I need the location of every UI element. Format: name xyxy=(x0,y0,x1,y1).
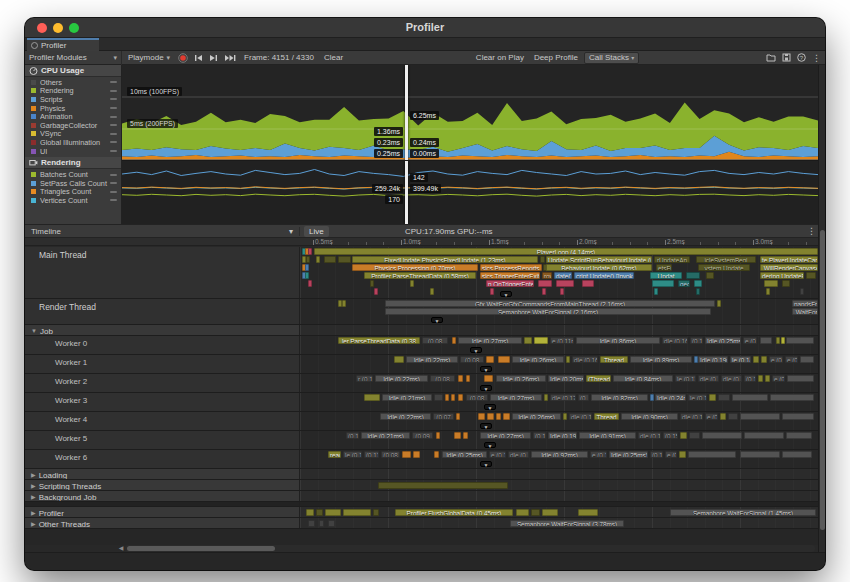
timeline-span[interactable] xyxy=(436,432,440,439)
horizontal-scrollbar[interactable] xyxy=(125,545,815,552)
expand-marker[interactable]: ▼ xyxy=(484,404,496,410)
timeline-span[interactable]: e (0.10r xyxy=(743,337,757,344)
legend-toggle-dash[interactable] xyxy=(110,174,117,176)
timeline-span[interactable]: le (0.13m xyxy=(675,375,696,382)
current-frame-button[interactable] xyxy=(222,52,238,64)
timeline-span[interactable]: dering.UpdateBatches xyxy=(760,272,804,279)
timeline-span[interactable]: .WillRenderCanvases xyxy=(760,264,818,271)
timeline-span[interactable] xyxy=(374,288,378,295)
timeline-span[interactable]: Gfx.WaitForGfxCommandsFromMainThread (2.… xyxy=(385,300,715,307)
timeline-span[interactable] xyxy=(776,337,780,344)
timeline-span[interactable] xyxy=(540,256,545,263)
timeline-span[interactable]: (0.12m xyxy=(690,337,703,344)
timeline-span[interactable]: dle (0.16 xyxy=(508,451,529,458)
timeline-span[interactable] xyxy=(582,280,594,287)
timeline-span[interactable] xyxy=(806,272,816,279)
timeline-span[interactable] xyxy=(786,432,812,439)
timeline-span[interactable]: (0.08 xyxy=(381,451,400,458)
timeline-span[interactable]: dle (0.16ms xyxy=(572,356,598,363)
timeline-span[interactable]: le (0.14m xyxy=(688,394,707,401)
expand-marker[interactable]: ▼ xyxy=(480,423,492,429)
thread-track[interactable]: r (0.10rIdle (0.22ms)(0.08Idle (0.26ms)I… xyxy=(300,374,818,392)
timeline-span[interactable]: sics.TriggerEnterExits (0.39 xyxy=(480,272,540,279)
timeline-span[interactable]: r (0.10r xyxy=(356,375,373,382)
timeline-span[interactable] xyxy=(370,280,374,287)
thread-track[interactable] xyxy=(300,491,818,501)
collapse-caret-icon[interactable]: ▼ xyxy=(31,328,37,334)
timeline-span[interactable]: Idle (0.20ms) xyxy=(548,375,584,382)
thread-label-cell[interactable]: ▼Job xyxy=(25,325,300,335)
timeline-span[interactable] xyxy=(308,520,315,527)
timeline-span[interactable]: Idle (0.86ms) xyxy=(576,337,660,344)
timeline-span[interactable] xyxy=(782,451,812,458)
timeline-span[interactable] xyxy=(338,256,351,263)
timeline-span[interactable] xyxy=(782,280,790,287)
legend-toggle-dash[interactable] xyxy=(110,90,117,92)
timeline-span[interactable]: Idle (0.89ms) xyxy=(630,356,692,363)
timeline-span[interactable]: le (0.15m xyxy=(343,451,362,458)
thread-track[interactable]: ler.ParseThreadData (0.38(0.08Idle (0.27… xyxy=(300,336,818,354)
timeline-span[interactable]: etsFr xyxy=(656,264,672,271)
timeline-span[interactable] xyxy=(316,256,320,263)
timeline-span[interactable] xyxy=(718,394,730,401)
timeline-span[interactable] xyxy=(410,280,414,287)
timeline-span[interactable]: dle (0.16m xyxy=(569,413,592,420)
target-mode-dropdown[interactable]: Playmode▾ xyxy=(124,51,174,65)
timeline-span[interactable]: (0.10 xyxy=(346,432,359,439)
timeline-span[interactable] xyxy=(306,509,314,516)
timeline-span[interactable]: Idle (0.84ms) xyxy=(613,375,673,382)
timeline-span[interactable] xyxy=(430,288,434,295)
timeline-span[interactable] xyxy=(765,375,770,382)
timeline-span[interactable] xyxy=(686,272,700,279)
thread-track[interactable]: Idle (0.22ms)(0.08Idle (0.26ms)dle (0.16… xyxy=(300,355,818,373)
legend-item[interactable]: Vertices Count xyxy=(25,196,121,205)
timeline-span[interactable]: Update.ScriptRunBehaviourUpdate (0.62ms xyxy=(546,256,652,263)
timeline-span[interactable]: Idle (0.26ms) xyxy=(512,413,561,420)
legend-item[interactable]: Others xyxy=(25,78,121,87)
thread-track[interactable]: (0.10Idle (0.21ms)(0.09Idle (0.27ms)(0.1… xyxy=(300,431,818,449)
timeline-span[interactable]: Idle (0.21ms) xyxy=(361,432,410,439)
timeline-span[interactable] xyxy=(781,337,785,344)
timeline-span[interactable]: e (0.11m xyxy=(550,337,574,344)
timeline-span[interactable]: (ThreadD xyxy=(586,375,611,382)
timeline-span[interactable] xyxy=(578,509,598,516)
timeline-span[interactable]: ystem.Update xyxy=(698,264,750,271)
clear-on-play-toggle[interactable]: Clear on Play xyxy=(472,52,528,64)
timeline-span[interactable]: .WaitForSig xyxy=(792,308,818,315)
thread-track[interactable]: PlayerLoop (4.14ms)FixedUpdate.PhysicsFi… xyxy=(300,247,818,298)
timeline-span[interactable] xyxy=(787,375,814,382)
timeline-span[interactable] xyxy=(706,272,714,279)
timeline-span[interactable] xyxy=(316,509,323,516)
legend-item[interactable]: Rendering xyxy=(25,87,121,96)
vertical-scrollbar[interactable] xyxy=(818,65,825,552)
timeline-span[interactable]: gedDi xyxy=(678,280,690,287)
timeline-span[interactable] xyxy=(800,356,814,363)
timeline-span[interactable] xyxy=(556,280,574,287)
thread-track[interactable]: Idle (0.21ms)(0.08Idle (0.27ms)dle (0.17… xyxy=(300,393,818,411)
timeline-span[interactable] xyxy=(534,337,548,344)
timeline-span[interactable] xyxy=(503,413,510,420)
legend-item[interactable]: Global Illumination xyxy=(25,138,121,147)
timeline-span[interactable]: (0.08 xyxy=(466,394,488,401)
scroll-left-arrow[interactable]: ◀ xyxy=(117,545,125,552)
timeline-span[interactable]: (0.10) xyxy=(744,375,756,382)
timeline-span[interactable] xyxy=(694,280,702,287)
timeline-span[interactable] xyxy=(542,509,558,516)
timeline-span[interactable]: e (0.13m xyxy=(489,451,506,458)
timeline-span[interactable]: (0.08 xyxy=(422,337,448,344)
expand-marker[interactable]: ▼ xyxy=(500,291,512,297)
timeline-span[interactable]: Idle (0.27ms) xyxy=(458,337,522,344)
timeline-span[interactable] xyxy=(538,280,552,287)
previous-frame-button[interactable] xyxy=(192,52,205,64)
timeline-span[interactable]: Idle (0.27ms) xyxy=(490,394,542,401)
timeline-span[interactable]: nandsFromM xyxy=(792,300,818,307)
timeline-span[interactable] xyxy=(764,280,778,287)
timeline-span[interactable] xyxy=(319,520,324,527)
timeline-span[interactable] xyxy=(542,288,546,295)
thread-track[interactable]: Gfx.WaitForGfxCommandsFromMainThread (2.… xyxy=(300,299,818,324)
legend-toggle-dash[interactable] xyxy=(110,182,117,184)
timeline-span[interactable] xyxy=(800,288,804,295)
timeline-span[interactable]: read xyxy=(328,451,341,458)
timeline-span[interactable]: Profiler.FlushGlobalData (0.45ms) xyxy=(395,509,513,516)
rendering-module-header[interactable]: Rendering xyxy=(25,157,121,169)
